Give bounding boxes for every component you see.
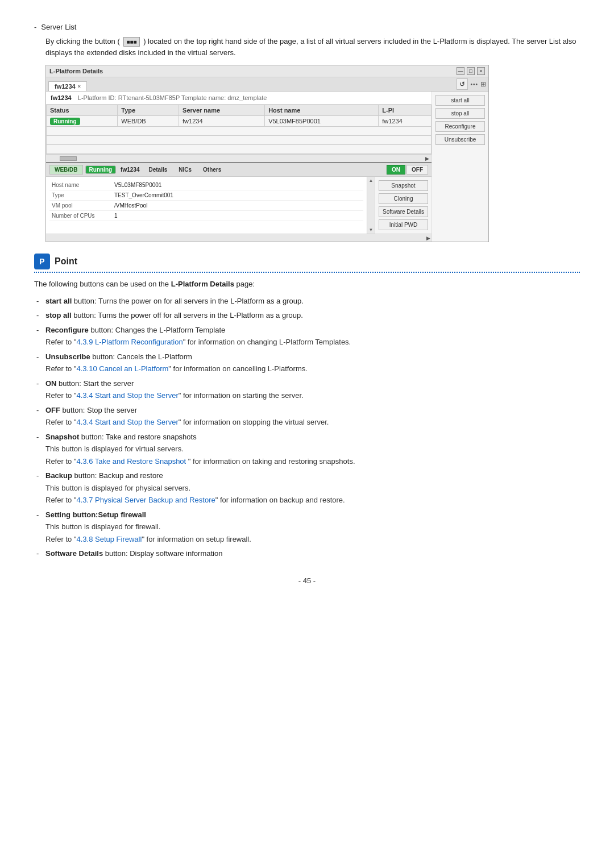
- dots-icon: •••: [470, 81, 478, 88]
- point-icon: P: [34, 254, 50, 269]
- snapshot-button[interactable]: Snapshot: [379, 180, 428, 191]
- main-sidebar: start all stop all Reconfigure Unsubscri…: [432, 92, 488, 242]
- col-lpl: L-Pl: [379, 105, 432, 116]
- on-button[interactable]: ON: [387, 165, 405, 175]
- tab-close-icon[interactable]: ×: [78, 84, 81, 89]
- table-row-empty1: [47, 127, 432, 136]
- detail-value-hostname: V5L03MF85P0001: [112, 180, 363, 190]
- item-bold: stop all: [45, 311, 72, 319]
- minimize-button[interactable]: —: [457, 67, 464, 75]
- cell-status: Running: [47, 116, 118, 127]
- item-bold: Reconfigure: [45, 326, 89, 334]
- detail-label-hostname: Host name: [49, 180, 112, 190]
- detail-label-type: Type: [49, 190, 112, 201]
- table-row-empty2: [47, 136, 432, 145]
- platform-name: fw1234: [51, 94, 72, 101]
- initial-pwd-button[interactable]: Initial PWD: [379, 219, 428, 230]
- link-off[interactable]: 4.3.4 Start and Stop the Server: [76, 418, 178, 426]
- inline-button: ■■■: [123, 37, 139, 47]
- scrollbar-thumb[interactable]: [60, 156, 77, 161]
- item-subtext1: This button is displayed for firewall.: [45, 521, 580, 533]
- list-item-snapshot: Snapshot button: Take and restore snapsh…: [34, 431, 580, 467]
- item-subtext1: This button is displayed for virtual ser…: [45, 443, 580, 455]
- stop-all-button[interactable]: stop all: [435, 108, 485, 119]
- col-server-name: Server name: [179, 105, 265, 116]
- cell-type: WEB/DB: [118, 116, 179, 127]
- unsubscribe-button[interactable]: Unsubscribe: [435, 134, 485, 145]
- point-dots-divider: [34, 272, 580, 273]
- status-badge: Running: [50, 118, 80, 125]
- platform-area: fw1234 L-Platform ID: RTtenant-5L03MF85P…: [46, 92, 488, 242]
- link-snapshot[interactable]: 4.3.6 Take and Restore Snapshot: [76, 457, 188, 466]
- table-row[interactable]: Running WEB/DB fw1234 V5L03MF85P0001 fw1…: [47, 116, 432, 127]
- detail-label-cpus: Number of CPUs: [49, 211, 112, 221]
- item-subtext: Refer to "4.3.4 Start and Stop the Serve…: [45, 417, 580, 428]
- link-unsubscribe[interactable]: 4.3.10 Cancel an L-Platform: [76, 364, 168, 373]
- refresh-icon[interactable]: ↺: [457, 78, 468, 90]
- cell-server-name: fw1234: [179, 116, 265, 127]
- list-item-reconfigure: Reconfigure button: Changes the L-Platfo…: [34, 325, 580, 348]
- desc-text1: By clicking the button (: [45, 37, 120, 45]
- page-number: - 45 -: [34, 576, 580, 585]
- maximize-button[interactable]: □: [467, 67, 475, 75]
- table-row-empty3: [47, 145, 432, 154]
- scroll-arrow-right-icon[interactable]: ▶: [425, 156, 429, 161]
- detail-tab-details[interactable]: Details: [144, 165, 172, 174]
- list-item-start-all: start all button: Turns the power on for…: [34, 296, 580, 307]
- bullet-dash: -: [34, 23, 36, 31]
- item-bold: Software Details: [45, 549, 103, 558]
- table-hscroll[interactable]: ▶: [46, 154, 432, 162]
- reconfigure-button[interactable]: Reconfigure: [435, 121, 485, 132]
- cell-lpl: fw1234: [379, 116, 432, 127]
- bottom-scroll-right-icon[interactable]: ▶: [426, 235, 432, 241]
- detail-tab-nics[interactable]: NICs: [174, 165, 196, 174]
- detail-tab-others[interactable]: Others: [198, 165, 226, 174]
- platform-main: fw1234 L-Platform ID: RTtenant-5L03MF85P…: [46, 92, 432, 242]
- detail-row-type: Type TEST_OverCommit001: [49, 190, 363, 201]
- detail-fields-table: Host name V5L03MF85P0001 Type TEST_OverC…: [49, 180, 363, 221]
- item-bold: start all: [45, 297, 72, 305]
- tab-fw1234[interactable]: fw1234 ×: [48, 81, 87, 91]
- link-backup[interactable]: 4.3.7 Physical Server Backup and Restore: [76, 496, 215, 504]
- cell-host-name: V5L03MF85P0001: [265, 116, 379, 127]
- tab-actions: ↺ ••• ⊞: [457, 78, 486, 91]
- scroll-down-icon[interactable]: ▼: [369, 227, 374, 232]
- detail-status-badge: Running: [85, 165, 117, 174]
- platform-name-area: fw1234 L-Platform ID: RTtenant-5L03MF85P…: [51, 94, 267, 101]
- software-details-button[interactable]: Software Details: [379, 206, 428, 217]
- close-button[interactable]: ×: [477, 67, 485, 75]
- start-all-button[interactable]: start all: [435, 95, 485, 106]
- grid-icon[interactable]: ⊞: [480, 80, 486, 88]
- link-reconfigure[interactable]: 4.3.9 L-Platform Reconfiguration: [76, 338, 182, 346]
- intro-bold: L-Platform Details: [171, 280, 234, 288]
- cloning-button[interactable]: Cloning: [379, 193, 428, 204]
- list-item-stop-all: stop all button: Turns the power off for…: [34, 310, 580, 321]
- server-list-title: Server List: [41, 23, 76, 31]
- bottom-hscroll[interactable]: ▶: [46, 234, 432, 242]
- item-bold: Snapshot: [45, 433, 79, 441]
- window-titlebar: L-Platform Details — □ ×: [46, 65, 488, 77]
- link-firewall[interactable]: 4.3.8 Setup Firewall: [76, 535, 142, 543]
- point-header: P Point: [34, 254, 580, 269]
- detail-row-hostname: Host name V5L03MF85P0001: [49, 180, 363, 190]
- detail-body: Host name V5L03MF85P0001 Type TEST_OverC…: [46, 177, 432, 234]
- item-subtext2: Refer to "4.3.8 Setup Firewall" for info…: [45, 534, 580, 545]
- detail-server-name: fw1234: [121, 167, 139, 173]
- list-item-software-details: Software Details button: Display softwar…: [34, 548, 580, 559]
- scroll-up-icon[interactable]: ▲: [369, 178, 374, 183]
- window-title: L-Platform Details: [49, 68, 103, 74]
- link-on[interactable]: 4.3.4 Start and Stop the Server: [76, 391, 178, 400]
- detail-scroll-right[interactable]: ▲ ▼: [367, 177, 375, 234]
- off-button[interactable]: OFF: [406, 165, 428, 175]
- detail-label-vmpool: VM pool: [49, 201, 112, 211]
- detail-tabbar: WEB/DB Running fw1234 Details NICs Other…: [46, 163, 432, 177]
- detail-sidebar: Snapshot Cloning Software Details Initia…: [375, 177, 432, 234]
- item-subtext: Refer to "4.3.4 Start and Stop the Serve…: [45, 390, 580, 401]
- detail-value-cpus: 1: [112, 211, 363, 221]
- platform-header: fw1234 L-Platform ID: RTtenant-5L03MF85P…: [46, 92, 432, 105]
- on-off-controls: ON OFF: [387, 165, 428, 175]
- table-header-row: Status Type Server name Host name L-Pl: [47, 105, 432, 116]
- item-subtext: Refer to "4.3.9 L-Platform Reconfigurati…: [45, 337, 580, 348]
- detail-value-vmpool: /VMHostPool: [112, 201, 363, 211]
- item-bold: ON: [45, 379, 57, 388]
